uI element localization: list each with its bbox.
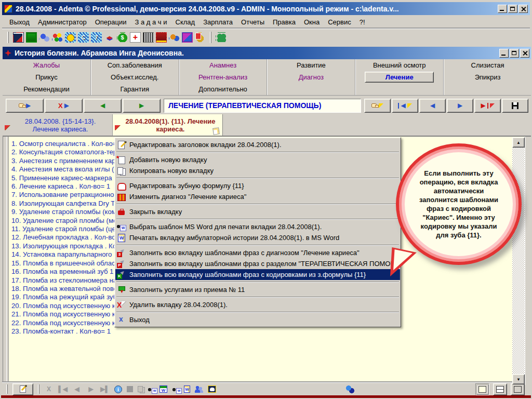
context-menu-item-change-diagnosis[interactable]: Изменить диагноз "Лечение кариеса" [115,191,400,202]
last-tab-button[interactable]: ▶ [474,99,501,113]
inner-restore-button[interactable] [510,49,519,58]
context-menu-item-edit-formula[interactable]: Редактировать зубную формулу {11} [115,180,400,191]
section-tab-garantiya[interactable]: Гарантия [91,83,179,95]
maximize-button[interactable] [508,5,517,13]
edit-record-button[interactable] [12,383,33,395]
staff-icon[interactable] [169,32,180,43]
layout-single-button[interactable] [475,383,489,395]
last-button-disabled[interactable]: ▶▌ [100,384,110,394]
record-tab-2-active[interactable]: 28.04.2008(1). {11}. Лечение кариеса. [113,114,223,136]
scroll-down-button[interactable]: ▼ [512,374,525,384]
section-tab-prikus[interactable]: Прикус [3,71,90,83]
cancel-button-disabled[interactable]: X [44,384,54,394]
inner-minimize-button[interactable] [499,49,509,58]
menu-item[interactable]: Склад [171,17,200,28]
menu-item[interactable]: ?! [355,17,369,28]
section-tab-rekomendacii[interactable]: Рекомендации [3,83,90,95]
prev-tab-button[interactable]: ◀ [419,99,446,113]
section-tab-slizistaya[interactable]: Слизистая [444,59,531,71]
barcode-icon[interactable] [143,32,154,43]
groups-icon[interactable] [182,32,193,43]
menu-item[interactable]: Зарплата [199,17,237,28]
context-menu-item-delete-tab[interactable]: Удалить вкладку 28.04.2008(1). [115,299,400,310]
sort-arrows-icon[interactable] [104,32,115,43]
clock-icon[interactable] [65,32,76,43]
service-list-item[interactable]: 23. Пломба-контакт . Кол-во= 1 [11,327,185,336]
context-menu-item-fill-by-section[interactable]: Заполнить всю вкладку шаблонами фраз с р… [115,258,400,269]
context-menu-item-fill-by-coding-highlighted[interactable]: Заполнить всю вкладку шаблонами фраз с к… [115,269,400,280]
menu-item[interactable]: Операции [91,17,131,28]
context-menu-item-fill-from-visit[interactable]: Заполнить услугами из приема № 11 [115,284,400,295]
word-search-2-icon[interactable] [172,387,179,392]
menu-item[interactable]: Сервис [324,17,355,28]
toolbar-grip[interactable] [7,32,9,43]
goto-tab-button[interactable] [364,99,391,113]
money-icon[interactable] [117,32,128,43]
card-icon[interactable] [13,32,24,43]
first-button-disabled[interactable]: ▌◀ [58,384,68,394]
context-menu-item-edit-title[interactable]: Редактировать заголовок вкладки 28.04.20… [115,139,400,150]
toolbar-grip[interactable] [6,384,8,394]
prev-button-disabled[interactable]: ◀ [72,384,82,394]
next-tab-button[interactable]: ▶ [447,99,473,113]
minimize-button[interactable] [498,5,507,13]
menu-item[interactable]: Окна [300,17,324,28]
section-tab-dopolnitelno[interactable]: Дополнительно [179,83,267,95]
goto-record-button[interactable]: ▶ [6,99,44,113]
section-tab-obekt-issled[interactable]: Объект.исслед. [91,71,179,83]
info-icon[interactable]: i [114,385,122,393]
vertical-scrollbar[interactable]: ▲ ▼ [512,137,525,384]
patients-icon[interactable] [39,32,50,43]
settings-icon[interactable] [195,32,206,43]
copy-icon-disabled[interactable] [138,386,143,392]
word-search-icon[interactable] [148,387,155,392]
first-aid-icon[interactable] [130,32,141,43]
layout-blank-button[interactable] [511,383,525,395]
holidays-icon[interactable] [52,32,63,43]
context-menu-item-add-tab[interactable]: Добавить новую вкладку [115,154,400,165]
menu-item[interactable]: Выход [5,17,34,28]
section-tab-diagnoz[interactable]: Диагноз [267,71,355,83]
calendar-c-icon[interactable] [78,32,89,43]
section-tab-razvitie[interactable]: Развитие [267,59,355,71]
section-tab-sop-zabolevaniya[interactable]: Соп.заболевания [91,59,179,71]
menu-item[interactable]: Правка [269,17,300,28]
context-menu-item-fill-by-diagnosis[interactable]: Заполнить всю вкладку шаблонами фраз с д… [115,247,400,258]
layout-split-button[interactable] [493,383,507,395]
section-tab-rentgen-analiz[interactable]: Рентген-анализ [179,71,267,83]
toolbar-grip[interactable] [210,32,211,43]
scroll-up-button[interactable]: ▲ [512,137,525,148]
close-button[interactable] [518,5,528,13]
context-menu-item-close-tab[interactable]: Закрыть вкладку [115,206,400,217]
cashbox-icon[interactable] [156,32,167,43]
tooth-box-icon[interactable] [208,385,216,393]
record-tab-1[interactable]: 28.04.2008. {15-14-13}. Лечение кариеса. [3,114,113,136]
context-menu-item-exit[interactable]: Выход [115,314,400,325]
next-button-disabled[interactable]: ▶ [86,384,96,394]
sync-icon[interactable] [345,385,355,393]
menu-item[interactable]: Отчеты [237,17,269,28]
next-record-button[interactable]: ▶ [123,99,161,113]
section-tab-lechenie-active[interactable]: Лечение [365,72,434,83]
prev-record-button[interactable]: ◀ [84,99,122,113]
calendar-7-icon[interactable] [91,32,102,43]
inner-close-button[interactable] [520,49,529,58]
stop-icon-disabled[interactable] [127,386,133,392]
schedule-icon[interactable] [26,32,37,43]
section-tab-epikriz[interactable]: Эпикриз [444,71,531,83]
context-menu-item-choose-word-template[interactable]: Выбрать шаблон MS Word для печати вкладк… [115,221,400,232]
patients-icon[interactable] [195,385,203,393]
menu-item[interactable]: Администратор [34,17,91,28]
word-view-icon[interactable]: W [159,385,167,393]
delete-record-button[interactable]: X▶ [45,99,83,113]
save-button[interactable] [502,99,528,113]
menu-item[interactable]: З а д а ч и [131,17,171,28]
clover-icon[interactable] [216,32,227,43]
section-tab-vneshnij-osmotr[interactable]: Внешний осмотр [355,59,443,71]
section-tab-anamnez[interactable]: Анамнез [179,59,267,71]
word-page-icon[interactable]: W [184,385,190,393]
section-tab-zhaloby[interactable]: Жалобы [3,59,90,71]
context-menu-item-print-word[interactable]: Печатать вкладку амбулаторной истории 28… [115,232,400,243]
context-menu-item-copy-tab[interactable]: Копировать новую вкладку [115,165,400,176]
first-tab-button[interactable]: ◀ [392,99,418,113]
